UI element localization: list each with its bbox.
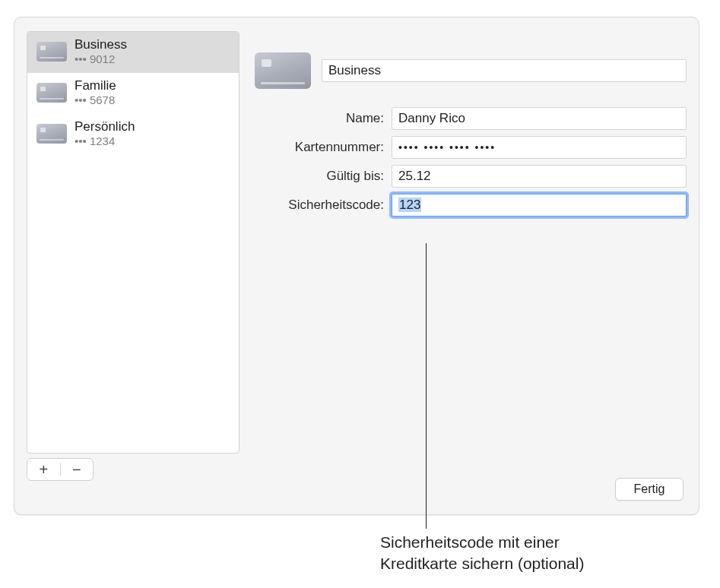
sidebar-item-business[interactable]: Business ••• 9012 [27, 32, 239, 73]
content-area: Business ••• 9012 Familie ••• 5678 Persö… [27, 31, 687, 454]
row-security-code: Sicherheitscode: 123 [255, 194, 687, 217]
sidebar-item-persoenlich[interactable]: Persönlich ••• 1234 [27, 114, 239, 155]
sidebar-item-title: Familie [75, 77, 116, 93]
add-button[interactable]: + [27, 459, 60, 480]
callout-line [426, 243, 427, 529]
credit-card-icon [255, 52, 311, 89]
sidebar-item-title: Business [75, 36, 127, 52]
sidebar-item-familie[interactable]: Familie ••• 5678 [27, 73, 239, 114]
credit-card-icon [36, 124, 67, 144]
credit-card-icon [36, 83, 67, 103]
card-title-field[interactable]: Business [322, 59, 687, 82]
detail-form: Name: Danny Rico Kartennummer: •••• ••••… [255, 107, 687, 217]
credit-card-icon [36, 42, 67, 62]
sidebar-item-masked-number: ••• 1234 [75, 134, 135, 149]
remove-button[interactable]: − [61, 459, 94, 480]
done-button[interactable]: Fertig [615, 478, 684, 501]
callout-text: Sicherheitscode mit einer Kreditkarte si… [380, 532, 584, 575]
sidebar-item-masked-number: ••• 5678 [75, 93, 116, 108]
card-list: Business ••• 9012 Familie ••• 5678 Persö… [27, 31, 239, 454]
row-expiry: Gültig bis: 25.12 [255, 165, 687, 188]
expiry-field[interactable]: 25.12 [392, 165, 687, 188]
sidebar-item-texts: Business ••• 9012 [75, 36, 127, 67]
window: Business ••• 9012 Familie ••• 5678 Persö… [14, 17, 699, 515]
label-expiry: Gültig bis: [255, 169, 392, 184]
name-field[interactable]: Danny Rico [392, 107, 687, 130]
sidebar-item-texts: Persönlich ••• 1234 [75, 119, 135, 149]
security-code-field[interactable]: 123 [392, 194, 687, 217]
plus-icon: + [39, 462, 48, 477]
detail-header: Business [255, 31, 687, 89]
card-number-field[interactable]: •••• •••• •••• •••• [392, 136, 687, 159]
minus-icon: − [72, 462, 81, 477]
sidebar-item-title: Persönlich [75, 119, 135, 134]
row-card-number: Kartennummer: •••• •••• •••• •••• [255, 136, 687, 159]
label-name: Name: [255, 111, 392, 126]
sidebar-item-texts: Familie ••• 5678 [75, 77, 116, 108]
sidebar-item-masked-number: ••• 9012 [75, 52, 127, 67]
selected-text: 123 [398, 198, 421, 212]
label-card-number: Kartennummer: [255, 140, 392, 155]
label-security-code: Sicherheitscode: [255, 198, 392, 213]
row-name: Name: Danny Rico [255, 107, 687, 130]
detail-pane: Business Name: Danny Rico Kartennummer: … [255, 31, 687, 454]
add-remove-toolbar: + − [27, 458, 94, 481]
